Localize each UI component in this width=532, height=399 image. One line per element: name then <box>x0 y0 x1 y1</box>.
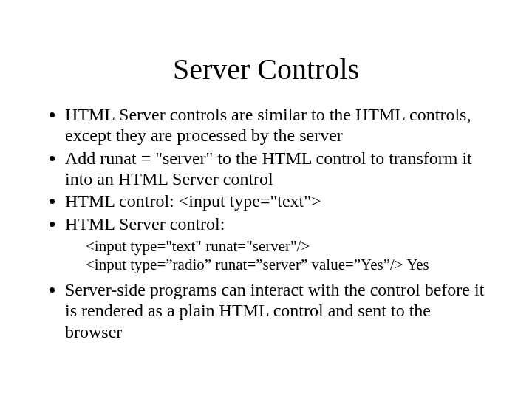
list-item: HTML Server controls are similar to the … <box>65 104 488 146</box>
list-item: HTML control: <input type="text"> <box>65 191 488 211</box>
list-item: Add runat = "server" to the HTML control… <box>65 148 488 190</box>
list-item-text: HTML Server control: <box>65 214 225 233</box>
list-item: HTML Server control: <input type="text" … <box>65 214 488 276</box>
code-line: <input type=”radio” runat=”server” value… <box>86 256 488 275</box>
code-line: <input type="text" runat="server"/> <box>86 237 488 256</box>
slide-title: Server Controls <box>44 52 488 86</box>
list-item: Server-side programs can interact with t… <box>65 279 488 342</box>
sub-block: <input type="text" runat="server"/> <inp… <box>86 237 488 275</box>
bullet-list: HTML Server controls are similar to the … <box>44 104 488 342</box>
slide: Server Controls HTML Server controls are… <box>0 0 532 399</box>
